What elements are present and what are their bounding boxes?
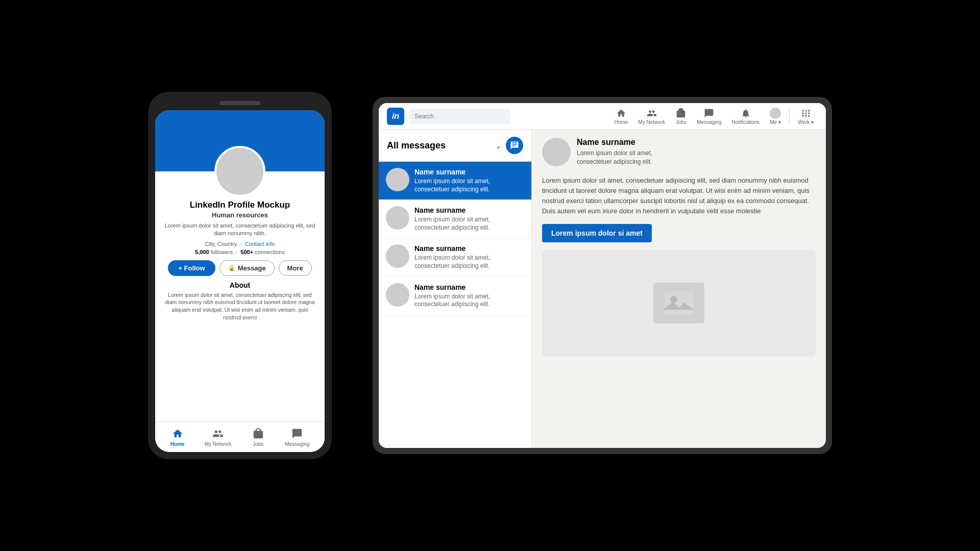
follow-button[interactable]: + Follow (168, 260, 215, 276)
message-content: Name surname Lorem ipsum dolor sit amet,… (414, 206, 524, 232)
home-nav-label: Home (615, 119, 628, 125)
phone-nav-home[interactable]: Home (170, 427, 185, 447)
detail-subtitle: Lorem ipsum dolor sit amet, consectetuer… (577, 149, 816, 166)
right-panel: Name surname Lorem ipsum dolor sit amet,… (532, 130, 826, 448)
cta-button[interactable]: Lorem ipsum dolor si amet (542, 224, 652, 242)
more-button[interactable]: More (279, 260, 312, 276)
avatar (386, 283, 409, 307)
detail-body-text: Lorem ipsum dolor sit amet, consectetuer… (542, 176, 816, 217)
message-content: Name surname Lorem ipsum dolor sit amet,… (414, 244, 524, 270)
about-title: About (163, 281, 316, 289)
tablet-nav-icons: Home My Network Jobs (610, 106, 818, 127)
phone-device: LinkedIn Profile Mockup Human resources … (148, 92, 332, 459)
tab-jobs[interactable]: Jobs (671, 106, 691, 127)
message-item[interactable]: Name surname Lorem ipsum dolor sit amet,… (379, 238, 531, 277)
avatar-wrap (214, 146, 265, 197)
search-input[interactable] (409, 109, 510, 124)
lock-icon: 🔒 (228, 265, 235, 271)
jobs-label: Jobs (253, 441, 263, 447)
tab-home[interactable]: Home (610, 106, 632, 127)
detail-header: Name surname Lorem ipsum dolor sit amet,… (542, 138, 816, 168)
phone-nav-jobs[interactable]: Jobs (252, 427, 265, 447)
home-icon (171, 427, 184, 440)
me-nav-label: Me ▾ (770, 119, 781, 125)
connections-label: connections (255, 249, 285, 255)
compose-button[interactable] (506, 137, 523, 154)
tablet-screen: in Home My (379, 103, 826, 448)
message-sender-name: Name surname (414, 168, 524, 176)
home-icon (616, 108, 627, 119)
message-button-label: Message (238, 264, 266, 272)
phone-nav-network[interactable]: My Network (205, 427, 232, 447)
messaging-label: Messaging (285, 441, 309, 447)
messaging-nav-icon (703, 108, 715, 119)
contact-info-link[interactable]: Contact info (245, 241, 275, 247)
phone-bottom-nav: Home My Network Jo (155, 421, 325, 452)
message-item[interactable]: Name surname Lorem ipsum dolor sit amet,… (379, 162, 531, 200)
detail-image-card (542, 249, 816, 357)
scene: LinkedIn Profile Mockup Human resources … (0, 0, 980, 551)
tablet-device: in Home My (373, 97, 832, 454)
profile-actions: + Follow 🔒 Message More (163, 260, 316, 276)
image-placeholder-icon (653, 283, 704, 323)
tab-work[interactable]: Work ▾ (794, 106, 818, 127)
notifications-nav-label: Notifications (732, 119, 760, 125)
avatar (386, 244, 409, 268)
messaging-nav-label: Messaging (697, 119, 721, 125)
svg-point-3 (802, 112, 803, 114)
tab-my-network[interactable]: My Network (634, 106, 669, 127)
connections-count: 500+ (240, 249, 253, 255)
profile-location: City, Country · Contact info (163, 241, 316, 247)
svg-point-1 (805, 110, 806, 111)
svg-point-7 (805, 115, 806, 116)
tab-messaging[interactable]: Messaging (693, 106, 725, 127)
network-nav-icon (646, 108, 657, 119)
tablet-content: All messages ⌄ Name (379, 130, 826, 448)
jobs-icon (252, 427, 265, 440)
jobs-nav-icon (675, 108, 687, 119)
message-content: Name surname Lorem ipsum dolor sit amet,… (414, 283, 524, 309)
notifications-nav-icon (740, 108, 751, 119)
location-text: City, Country (205, 241, 237, 247)
detail-header-info: Name surname Lorem ipsum dolor sit amet,… (577, 138, 816, 166)
message-item[interactable]: Name surname Lorem ipsum dolor sit amet,… (379, 200, 531, 238)
message-preview: Lorem ipsum dolor sit amet,consectetuer … (414, 293, 524, 309)
phone-speaker (219, 101, 260, 105)
message-button[interactable]: 🔒 Message (219, 260, 275, 276)
svg-point-8 (808, 115, 810, 116)
messages-title: All messages (387, 140, 491, 151)
messages-list: Name surname Lorem ipsum dolor sit amet,… (379, 162, 531, 448)
profile-name: LinkedIn Profile Mockup (163, 200, 316, 210)
network-nav-label: My Network (638, 119, 665, 125)
detail-avatar (542, 138, 571, 166)
messaging-icon (290, 427, 304, 440)
svg-point-10 (670, 296, 677, 303)
detail-subtitle-line1: Lorem ipsum dolor sit amet, (577, 149, 652, 157)
svg-point-4 (805, 112, 806, 114)
detail-subtitle-line2: consectetuer adipiscing elit. (577, 158, 652, 165)
followers-label: followers (211, 249, 233, 255)
message-item[interactable]: Name surname Lorem ipsum dolor sit amet,… (379, 277, 531, 315)
home-label: Home (170, 441, 185, 447)
followers-count: 5,000 (195, 249, 209, 255)
work-nav-label: Work ▾ (798, 119, 814, 125)
network-icon (211, 427, 225, 440)
profile-followers: 5,000 followers · 500+ connections (163, 249, 316, 255)
nav-divider (789, 109, 790, 124)
message-sender-name: Name surname (414, 283, 524, 291)
tab-me[interactable]: Me ▾ (766, 106, 785, 127)
message-sender-name: Name surname (414, 244, 524, 253)
message-preview: Lorem ipsum dolor sit amet,consectetuer … (414, 254, 524, 270)
profile-title: Human resources (163, 211, 316, 219)
tab-notifications[interactable]: Notifications (728, 106, 764, 127)
svg-rect-9 (665, 291, 693, 315)
phone-nav-messaging[interactable]: Messaging (285, 427, 309, 447)
message-preview: Lorem ipsum dolor sit amet,consectetuer … (414, 216, 524, 232)
message-preview: Lorem ipsum dolor sit amet,consectetuer … (414, 178, 524, 193)
jobs-nav-label: Jobs (676, 119, 687, 125)
avatar (214, 146, 265, 197)
svg-point-2 (808, 110, 810, 111)
chevron-down-icon[interactable]: ⌄ (495, 141, 502, 151)
network-label: My Network (205, 441, 232, 447)
svg-point-6 (802, 115, 803, 116)
